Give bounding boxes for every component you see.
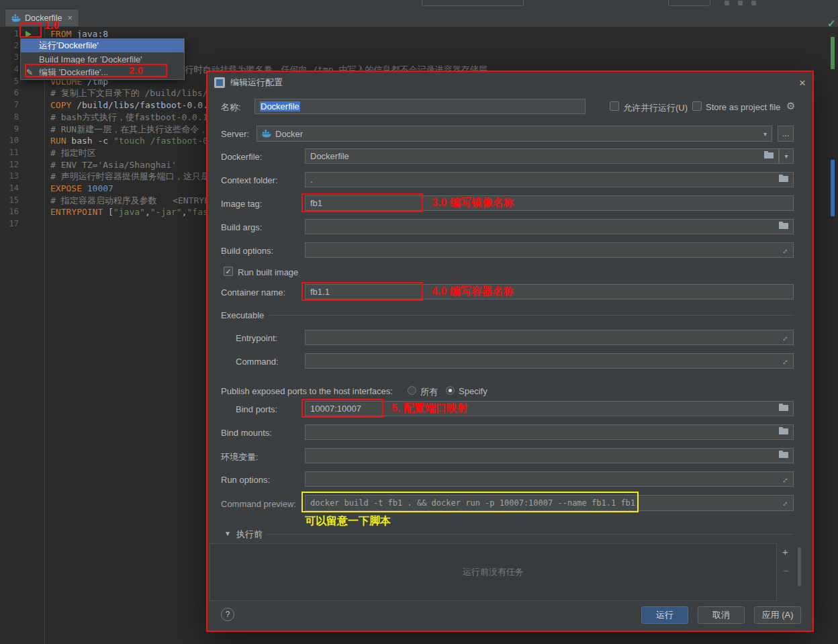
chevron-down-icon: ▾ <box>784 152 788 160</box>
help-icon: ? <box>226 610 230 619</box>
toolbar-icon <box>751 1 756 5</box>
container-name-label: Container name: <box>221 287 285 297</box>
dockerfile-input[interactable]: Dockerfile <box>305 148 779 164</box>
run-icon[interactable] <box>26 31 32 38</box>
gutter-icon-slot <box>19 195 44 207</box>
server-select[interactable]: Docker ▾ <box>257 126 772 142</box>
docker-icon <box>262 130 271 138</box>
run-button[interactable]: 运行 <box>641 606 688 624</box>
collapse-icon[interactable]: ▼ <box>224 530 231 537</box>
before-launch-panel: 运行前没有任务 <box>209 543 777 601</box>
section-divider <box>269 315 794 316</box>
expand-icon[interactable]: ↔ <box>779 473 790 485</box>
cancel-button[interactable]: 取消 <box>698 606 745 624</box>
folder-icon[interactable] <box>779 452 788 459</box>
gutter-icon-slot <box>19 159 44 171</box>
command-preview-label: Command preview: <box>221 499 296 509</box>
folder-icon[interactable] <box>779 176 788 183</box>
toolbar-icon <box>738 1 743 5</box>
gutter-icon-slot <box>19 171 44 183</box>
before-launch-header: 执行前 <box>236 528 263 541</box>
line-number: 5 <box>0 76 19 88</box>
bind-ports-input[interactable]: 10007:10007 <box>305 401 794 416</box>
close-icon[interactable]: × <box>68 13 73 22</box>
context-menu: 运行'Dockerfile'Build Image for 'Dockerfil… <box>20 38 185 80</box>
folder-icon[interactable] <box>779 223 788 230</box>
run-options-input[interactable]: ↔ <box>305 471 794 487</box>
folder-icon[interactable] <box>779 428 788 436</box>
line-number: 2 <box>0 40 19 52</box>
env-vars-label: 环境变量: <box>221 451 259 463</box>
command-preview-field: docker build -t fb1 . && docker run -p 1… <box>305 495 794 511</box>
line-number: 7 <box>0 99 19 111</box>
build-args-label: Build args: <box>221 222 262 232</box>
line-number: 12 <box>0 159 19 171</box>
build-options-input[interactable]: ↔ <box>305 242 794 258</box>
help-button[interactable]: ? <box>221 608 234 621</box>
tab-dockerfile[interactable]: Dockerfile × <box>5 9 79 26</box>
annotation-script-note: 可以留意一下脚本 <box>305 514 391 528</box>
menu-item[interactable]: ✎编辑 'Dockerfile'... <box>21 66 184 79</box>
build-args-input[interactable] <box>305 219 794 234</box>
remove-task-button[interactable]: − <box>783 565 789 576</box>
radio-specify-ports[interactable] <box>446 386 455 395</box>
folder-icon[interactable] <box>779 405 788 412</box>
section-divider <box>267 534 794 535</box>
context-folder-input[interactable]: . <box>305 172 794 187</box>
line-number: 16 <box>0 206 19 218</box>
entrypoint-label: Entrypoint: <box>236 333 277 343</box>
chevron-down-icon: ▾ <box>763 130 767 138</box>
line-number: 17 <box>0 218 19 230</box>
name-input[interactable]: Dockerfile <box>254 99 586 114</box>
bind-mounts-input[interactable] <box>305 424 794 440</box>
expand-icon[interactable]: ↔ <box>779 244 790 256</box>
apply-button[interactable]: 应用 (A) <box>754 606 801 624</box>
gutter-icon-slot <box>19 147 44 159</box>
check-icon: ✓ <box>225 267 231 276</box>
menu-item-label: 运行'Dockerfile' <box>39 40 99 52</box>
close-icon[interactable]: × <box>799 77 806 89</box>
line-number: 3 <box>0 52 19 64</box>
checkbox-run-built-image[interactable]: ✓ <box>224 267 233 276</box>
code-text: EXPOSE 10007 <box>44 183 113 195</box>
code-text: # ENV TZ='Asia/Shanghai' <box>44 159 177 171</box>
line-number: 14 <box>0 183 19 195</box>
menu-item-label: 编辑 'Dockerfile'... <box>39 66 108 79</box>
gear-icon[interactable]: ⚙ <box>786 101 795 111</box>
menu-item-label: Build Image for 'Dockerfile' <box>39 54 142 64</box>
env-vars-input[interactable] <box>305 448 794 463</box>
menu-item[interactable]: 运行'Dockerfile' <box>21 39 184 52</box>
ide-header: Dockerfile × <box>0 0 838 28</box>
server-value: Docker <box>275 129 303 139</box>
menu-item[interactable]: Build Image for 'Dockerfile' <box>21 52 184 66</box>
entrypoint-input[interactable]: ↔ <box>305 330 794 345</box>
checkbox-store-project-file[interactable] <box>692 101 702 111</box>
bind-mounts-label: Bind mounts: <box>221 428 272 438</box>
expand-icon[interactable]: ↔ <box>779 498 790 509</box>
name-value: Dockerfile <box>260 101 300 111</box>
gutter-icon-slot <box>19 99 44 111</box>
gutter-icon-slot <box>19 206 44 218</box>
image-tag-input[interactable]: fb1 <box>305 195 794 211</box>
server-browse-button[interactable]: ... <box>778 126 794 142</box>
radio-all-ports[interactable] <box>408 386 416 395</box>
docker-icon <box>11 14 21 22</box>
error-stripe-green[interactable] <box>831 37 835 69</box>
checkbox-allow-parallel[interactable] <box>610 101 619 111</box>
error-stripe-blue[interactable] <box>831 160 835 216</box>
server-label: Server: <box>221 129 249 139</box>
tab-label: Dockerfile <box>25 13 62 23</box>
add-task-button[interactable]: + <box>782 547 788 557</box>
line-number: 4 <box>0 64 19 76</box>
before-launch-empty-text: 运行前没有任务 <box>463 566 524 578</box>
container-name-input[interactable]: fb1.1 <box>305 284 794 300</box>
scrollbar-thumb[interactable] <box>798 547 801 586</box>
folder-icon[interactable] <box>764 152 774 160</box>
expand-icon[interactable]: ↔ <box>779 332 790 343</box>
dockerfile-dropdown-button[interactable]: ▾ <box>779 148 794 164</box>
run-built-image-label: Run built image <box>238 267 298 277</box>
expand-icon[interactable]: ↔ <box>779 355 790 367</box>
command-input[interactable]: ↔ <box>305 353 794 369</box>
toolbar-icon <box>725 1 729 5</box>
image-tag-label: Image tag: <box>221 199 262 209</box>
